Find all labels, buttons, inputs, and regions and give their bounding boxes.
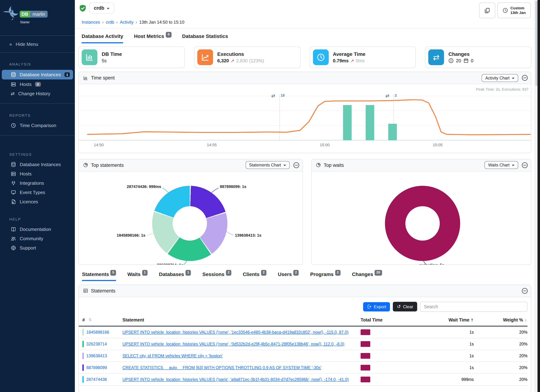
scrollbar-thumb[interactable] <box>535 1 537 86</box>
detail-tab-bar: Statements5 Waits1 Databases1 Sessions2 … <box>78 271 531 281</box>
info-icon[interactable] <box>449 58 454 64</box>
svg-text:14:50: 14:50 <box>94 143 104 147</box>
tab-clients[interactable]: Clients2 <box>243 271 266 281</box>
sidebar-item-settings-hosts[interactable]: Hosts <box>2 169 73 178</box>
sidebar-item-database-instances[interactable]: Database Instances 1 <box>2 70 73 79</box>
sidebar-item-event-types[interactable]: Event Types <box>2 188 73 197</box>
copy-link-button[interactable] <box>479 3 495 18</box>
waits-chart-select[interactable]: Waits Chart <box>485 161 518 169</box>
sort-icon[interactable]: ↓ <box>524 318 527 323</box>
database-icon <box>11 72 16 77</box>
tab-users[interactable]: Users2 <box>278 271 299 281</box>
breadcrumb-crdb[interactable]: crdb <box>106 20 114 25</box>
statement-id-link[interactable]: 887898099 <box>86 366 107 370</box>
top-waits-chart[interactable]: executing: 5s <box>311 171 531 265</box>
statement-link[interactable]: SELECT city, id FROM vehicles WHERE city… <box>122 354 223 358</box>
select-value: Statements Chart <box>249 163 281 167</box>
sidebar-item-settings-database-instances[interactable]: Database Instances <box>2 160 73 169</box>
time-spent-chart[interactable]: 14:5014:5515:0015:05⇄18⇄2Peak Time: 2s, … <box>79 86 531 152</box>
tab-database-activity[interactable]: Database Activity <box>82 34 123 44</box>
export-button[interactable]: Export <box>363 302 390 312</box>
column-id[interactable]: # <box>82 318 85 323</box>
table-row: 326238714 UPSERT INTO vehicle_location_h… <box>79 338 527 350</box>
clear-label: Clear <box>403 304 413 309</box>
calendar-icon[interactable] <box>463 58 469 64</box>
tab-waits[interactable]: Waits1 <box>127 271 148 281</box>
sidebar-item-label: Hosts <box>20 171 31 177</box>
statements-donut[interactable] <box>152 186 227 261</box>
time-range-date: 13th Jan <box>510 10 526 15</box>
statement-link[interactable]: UPSERT INTO vehicle_location_histories V… <box>122 377 349 382</box>
page-header: crdb Custom 13th Jan <box>75 0 540 29</box>
top-waits-panel: Top waits Waits Chart <box>311 159 531 265</box>
sidebar-item-change-history[interactable]: ⇄ Change History <box>2 89 73 98</box>
collapse-panel-icon[interactable] <box>521 75 528 81</box>
statement-link[interactable]: CREATE STATISTICS __auto__ FROM [63] WIT… <box>122 366 321 370</box>
trend-up-icon: ↗ <box>350 58 354 63</box>
tab-sessions[interactable]: Sessions2 <box>202 271 231 281</box>
sort-icon[interactable]: ⇅ <box>88 318 92 322</box>
tab-database-statistics[interactable]: Database Statistics <box>182 34 228 44</box>
tab-changes[interactable]: Changes20 <box>352 271 382 281</box>
section-title-settings: SETTINGS <box>9 152 75 156</box>
hide-menu-button[interactable]: « Hide Menu <box>0 36 75 52</box>
collapse-panel-icon[interactable] <box>293 162 300 169</box>
lifebuoy-icon <box>11 245 16 251</box>
tab-statements[interactable]: Statements5 <box>82 271 116 281</box>
vertical-scrollbar[interactable] <box>535 0 537 392</box>
top-statements-chart[interactable]: 287474436: 999ms 887898099: 1s 139638413… <box>79 171 303 265</box>
sidebar-item-licences[interactable]: Licences <box>2 197 73 206</box>
activity-chart-select[interactable]: Activity Chart <box>482 74 518 82</box>
statement-id-link[interactable]: 1845898166 <box>86 330 109 334</box>
sidebar-item-documentation[interactable]: Documentation <box>2 225 73 234</box>
sidebar-divider <box>0 135 75 136</box>
tab-programs[interactable]: Programs2 <box>310 271 340 281</box>
sidebar-item-label: Licences <box>20 199 38 204</box>
column-total-time[interactable]: Total Time <box>361 318 383 323</box>
column-wait-time[interactable]: Wait Time <box>449 318 470 323</box>
card-title: Executions <box>217 51 264 57</box>
collapse-panel-icon[interactable] <box>521 162 528 169</box>
hide-menu-label: Hide Menu <box>16 41 38 47</box>
sidebar-item-label: Documentation <box>20 227 51 232</box>
sidebar-item-support[interactable]: Support <box>2 243 73 252</box>
collapse-panel-icon[interactable] <box>521 288 528 294</box>
search-input[interactable] <box>420 302 527 312</box>
breadcrumb-activity[interactable]: Activity <box>120 20 133 25</box>
waits-donut[interactable] <box>385 186 460 261</box>
statement-link[interactable]: UPSERT INTO vehicle_location_histories V… <box>122 342 344 346</box>
tab-databases[interactable]: Databases1 <box>159 271 191 281</box>
sidebar-divider <box>0 52 75 53</box>
column-weight[interactable]: Weight % <box>503 318 523 323</box>
bar-chart-icon <box>82 50 97 65</box>
time-range-mode: Custom <box>510 6 525 10</box>
total-time-bar <box>361 377 370 382</box>
breadcrumb-instances[interactable]: Instances <box>82 20 100 25</box>
main-content: crdb Custom 13th Jan <box>75 0 540 392</box>
count-badge: 1 <box>185 270 191 276</box>
changes-event-count: 0 <box>471 58 473 64</box>
sidebar-item-hosts[interactable]: Hosts 0 <box>2 80 73 89</box>
time-range-button[interactable]: Custom 13th Jan <box>498 3 531 18</box>
clear-button[interactable]: ↺ Clear <box>393 302 417 312</box>
wait-time-value: 1s <box>395 330 474 334</box>
tab-host-metrics[interactable]: Host Metrics 0 <box>134 34 171 44</box>
statement-id-link[interactable]: 139638413 <box>86 354 107 358</box>
copy-icon <box>484 7 490 13</box>
sidebar-item-community[interactable]: Community <box>2 234 73 243</box>
sort-asc-icon[interactable]: ↑ <box>470 318 474 323</box>
instance-selector[interactable]: crdb <box>89 3 115 14</box>
statement-id-link[interactable]: 287474436 <box>86 377 107 382</box>
sidebar-item-time-comparison[interactable]: Time Comparison <box>2 121 73 130</box>
app-logo[interactable]: DBmarlin Starter <box>0 0 75 35</box>
column-statement[interactable]: Statement <box>122 318 144 323</box>
chevron-down-icon <box>512 165 515 166</box>
table-row: 887898099 CREATE STATISTICS __auto__ FRO… <box>79 362 527 374</box>
statement-id-link[interactable]: 326238714 <box>86 342 107 346</box>
statements-chart-select[interactable]: Statements Chart <box>245 161 290 169</box>
sidebar-item-integrations[interactable]: Integrations <box>2 179 73 188</box>
statement-link[interactable]: UPSERT INTO vehicle_location_histories V… <box>122 330 348 334</box>
weight-value: 20% <box>474 377 527 382</box>
tab-label: Clients <box>243 271 260 277</box>
tab-label: Changes <box>352 271 373 277</box>
